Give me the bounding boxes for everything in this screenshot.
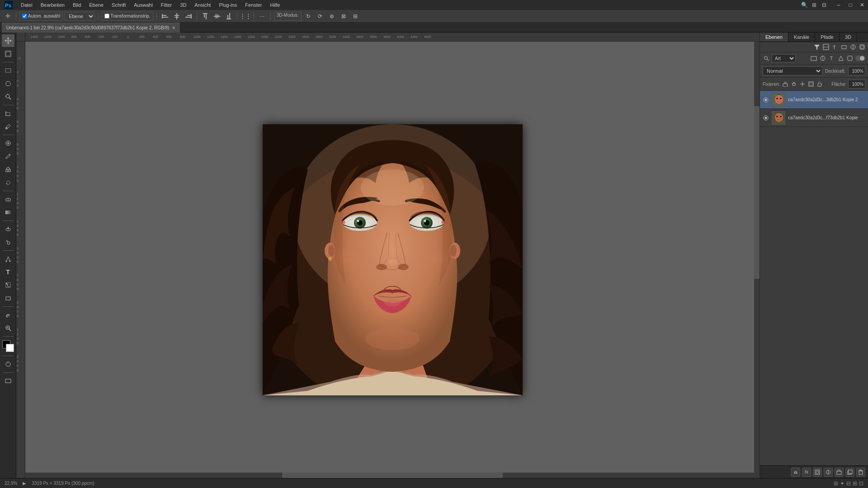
align-hcenter-icon[interactable] [172,11,182,21]
status-icon-5[interactable]: ⊡ [859,480,863,487]
artboard-tool[interactable] [2,47,14,60]
pen-tool[interactable] [2,253,14,265]
align-vcenter-icon[interactable] [212,11,222,21]
marquee-tool[interactable] [2,64,14,77]
move-tool[interactable] [2,34,14,47]
3d-mode-button[interactable]: 3D-Modus: [274,12,302,21]
layer-group-button[interactable] [835,468,844,477]
screen-mode-tool[interactable] [2,375,14,387]
history-brush-tool[interactable] [2,176,14,189]
menu-plugins[interactable]: Plug-ins [215,1,241,9]
smart-layer-icon[interactable] [858,43,866,51]
shape-layer-icon[interactable] [840,43,848,51]
pixel-layer-icon[interactable] [822,43,830,51]
menu-bild[interactable]: Bild [69,1,85,9]
extra-icon[interactable]: ⊞ [350,11,360,21]
quick-mask-tool[interactable] [2,358,14,371]
menu-fenster[interactable]: Fenster [241,1,265,9]
layer-adjustment-button[interactable] [824,468,833,477]
lasso-tool[interactable] [2,77,14,90]
pin-icon[interactable]: ⊠ [339,11,349,21]
layer-link-button[interactable] [791,468,800,477]
arrange-icon[interactable]: ⊟ [820,1,828,9]
canvas-container[interactable] [25,42,760,478]
layer-type-dropdown[interactable]: Ebene Gruppe [65,12,95,21]
lock-position-icon[interactable] [799,80,806,88]
menu-hilfe[interactable]: Hilfe [266,1,283,9]
layer-item[interactable]: ca7aedc30a2d3c...3db2b1 Kopie 2 [760,91,868,109]
menu-filter[interactable]: Filter [157,1,175,9]
workspace-icon[interactable]: ⊞ [810,1,818,9]
menu-ebene[interactable]: Ebene [85,1,107,9]
document-tab[interactable]: Unbenannt-1 bei 22,9% (ca7aedc30a2d3c90d… [2,23,180,33]
menu-ansicht[interactable]: Ansicht [191,1,214,9]
layer-kind-filter[interactable]: Art Name Effekt [772,54,796,62]
text-layer-icon[interactable]: T [831,43,839,51]
align-bottom-icon[interactable] [224,11,234,21]
shape-filter-icon[interactable] [837,55,844,62]
adjustment-filter-icon[interactable] [819,55,826,62]
hand-tool[interactable] [2,309,14,321]
status-arrow[interactable]: ▶ [23,481,26,486]
layer-fx-button[interactable]: fx [802,468,811,477]
horizontal-scrollbar[interactable] [25,473,760,478]
rotate-icon[interactable]: ↻ [303,11,313,21]
search-icon[interactable]: 🔍 [800,1,808,9]
path-select-tool[interactable] [2,279,14,291]
move-tool-icon[interactable]: ✛ [3,11,13,21]
background-color[interactable] [6,344,14,352]
shape-tool[interactable] [2,292,14,305]
eraser-tool[interactable] [2,193,14,206]
tab-kanaele[interactable]: Kanäle [788,33,815,42]
lock-image-icon[interactable] [790,80,797,88]
eyedropper-tool[interactable] [2,120,14,133]
menu-datei[interactable]: Datei [17,1,36,9]
healing-tool[interactable] [2,137,14,150]
auto-select-toggle[interactable]: Autom. auswähl [19,12,63,21]
clone-stamp-tool[interactable] [2,163,14,176]
new-layer-button[interactable] [845,468,854,477]
dodge-tool[interactable] [2,236,14,249]
status-icon-1[interactable]: ⊞ [834,480,838,487]
more-options-icon[interactable]: ··· [257,11,267,21]
menu-auswahl[interactable]: Auswahl [130,1,156,9]
zoom-tool[interactable] [2,322,14,334]
filter-icon[interactable] [813,43,821,51]
minimize-button[interactable]: – [833,0,844,10]
lock-artboard-icon[interactable] [807,80,815,88]
layer-item[interactable]: ca7aedc30a2d3c...f73db2b1 Kopie [760,109,868,127]
doc-tab-close[interactable]: ✕ [172,25,175,30]
lock-transparent-icon[interactable] [782,80,789,88]
type-filter-icon[interactable]: T [828,55,835,62]
menu-schrift[interactable]: Schrift [108,1,129,9]
tab-pfade[interactable]: Pfade [815,33,840,42]
magnet-icon[interactable]: ⊛ [327,11,337,21]
menu-3d[interactable]: 3D [176,1,190,9]
opacity-input[interactable] [848,66,865,75]
layer-mask-button[interactable] [813,468,822,477]
filter-toggle[interactable] [855,56,865,61]
tab-ebenen[interactable]: Ebenen [760,33,788,42]
tab-3d[interactable]: 3D [840,33,857,42]
pixel-filter-icon[interactable] [810,55,817,62]
gradient-tool[interactable] [2,206,14,219]
distribute-icon[interactable]: ⋮⋮ [241,11,250,21]
close-button[interactable]: ✕ [856,0,868,10]
fill-input[interactable] [848,80,865,89]
blend-mode-select[interactable]: Normal Multiplizieren Lumineszenz [763,66,822,75]
status-icon-2[interactable]: ✦ [840,480,844,487]
blur-tool[interactable] [2,223,14,235]
menu-bearbeiten[interactable]: Bearbeiten [37,1,68,9]
color-box[interactable] [2,340,14,352]
status-icon-4[interactable]: ⊞ [853,480,857,487]
sync-icon[interactable]: ⟳ [315,11,325,21]
layer-visibility-toggle[interactable] [763,97,769,103]
delete-layer-button[interactable] [856,468,865,477]
vertical-scrollbar[interactable] [754,42,760,473]
align-left-icon[interactable] [160,11,170,21]
type-tool[interactable]: T [2,266,14,278]
lock-all-icon[interactable] [816,80,823,88]
transform-toggle[interactable]: Transformationstrip. [102,12,153,21]
align-right-icon[interactable] [184,11,193,21]
maximize-button[interactable]: □ [844,0,856,10]
